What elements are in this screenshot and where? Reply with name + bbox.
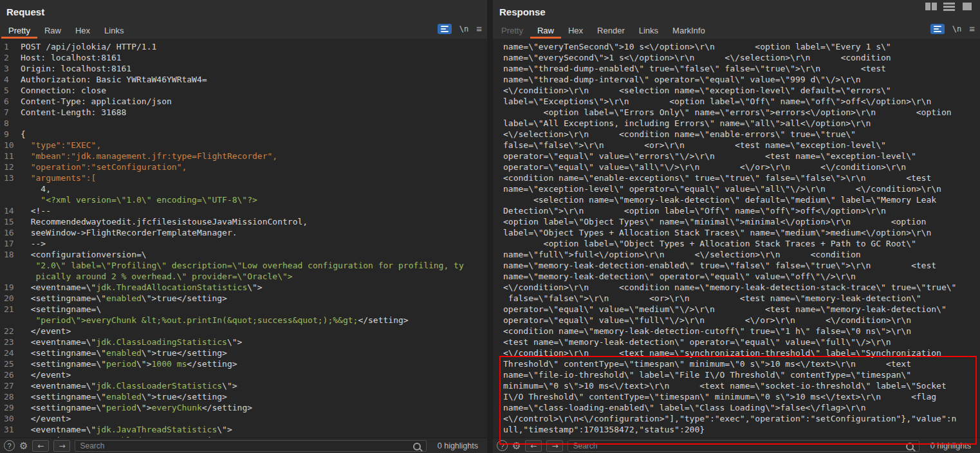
code-line: <\/condition>\r\n <text name=\"synchroni…: [503, 347, 980, 358]
code-line: name=\"memory-leak-detection\" operator=…: [503, 271, 980, 282]
code-line: <option label=\"Errors Only\" name=\"err…: [503, 107, 980, 118]
request-editor[interactable]: 1POST /api/jolokia/ HTTP/1.12Host: local…: [0, 39, 487, 438]
tab-links[interactable]: Links: [97, 21, 131, 39]
search-input[interactable]: [75, 440, 426, 452]
code-line: 22 </event>: [4, 326, 487, 337]
request-search-bar: ? ⚙ ← → 0 highlights: [0, 438, 487, 453]
response-panel: Response PrettyRawHexRenderLinksMarkInfo…: [493, 0, 980, 453]
code-line: 15 Recommendedwaytoedit.jfcfilesistouseJ…: [4, 216, 487, 227]
tab-render[interactable]: Render: [590, 21, 632, 39]
code-line: <\/selection>\r\n <condition name=\"enab…: [503, 129, 980, 140]
code-line: name=\"file-io-threshold\" label=\"File …: [503, 369, 980, 380]
prev-match-button[interactable]: ←: [32, 440, 49, 452]
layout-buttons: [924, 2, 974, 11]
code-line: 17 -->: [4, 238, 487, 249]
request-panel: Request PrettyRawHexLinks \n ≡ 1POST /ap…: [0, 0, 487, 453]
code-line: 2Host: localhost:8161: [4, 52, 487, 63]
code-line: operator=\"equal\" value=\"all\"\/>\r\n …: [503, 162, 980, 172]
request-editor-tools: \n ≡: [438, 21, 482, 39]
code-line: <\/condition>\r\n <selection name=\"exce…: [503, 85, 980, 96]
code-line: minimum=\"0 s\">10 ms<\/text>\r\n <text …: [503, 380, 980, 391]
code-line: 4,: [4, 183, 487, 194]
code-line: 19 <eventname=\"jdk.ThreadAllocationStat…: [4, 282, 487, 293]
code-line: 18 <configurationversion=\: [4, 249, 487, 260]
response-title: Response: [499, 6, 546, 17]
layout-single-button[interactable]: [960, 2, 974, 11]
code-line: "<?xml version=\"1.0\" encoding=\"UTF-8\…: [4, 194, 487, 205]
code-line: name=\"everySecond\">1 s<\/option>\r\n <…: [503, 52, 980, 63]
code-line: 31 <eventname=\"jdk.JavaThreadStatistics…: [4, 424, 487, 435]
repeater-view: Request PrettyRawHexLinks \n ≡ 1POST /ap…: [0, 0, 980, 453]
editor-menu-icon[interactable]: ≡: [476, 24, 482, 33]
tab-markinfo[interactable]: MarkInfo: [665, 21, 712, 39]
code-line: <test name=\"memory-leak-detection\" ope…: [503, 337, 980, 347]
code-line: name=\"everyTenSecond\">10 s<\/option>\r…: [503, 41, 980, 52]
tab-hex[interactable]: Hex: [68, 21, 97, 39]
settings-gear-icon[interactable]: ⚙: [19, 441, 28, 450]
code-line: 7Content-Length: 31688: [4, 107, 487, 118]
tab-raw[interactable]: Raw: [530, 21, 561, 39]
help-icon[interactable]: ?: [497, 440, 508, 451]
code-line: 28 <settingname=\"enabled\">true</settin…: [4, 391, 487, 402]
code-line: operator=\"equal\" value=\"errors\"\/>\r…: [503, 151, 980, 162]
magnifier-icon[interactable]: [906, 443, 914, 450]
help-icon[interactable]: ?: [4, 440, 15, 451]
code-line: 5Connection: close: [4, 85, 487, 96]
code-line: name=\"class-loading-enabled\" label=\"C…: [503, 402, 980, 413]
panel-divider[interactable]: [487, 0, 493, 453]
prev-match-button[interactable]: ←: [525, 440, 542, 452]
code-line: name=\"memory-leak-detection-enabled\" t…: [503, 260, 980, 271]
code-line: 29 <settingname=\"period\">everyChunk</s…: [4, 402, 487, 413]
code-line: label=\"All Exceptions, including Errors…: [503, 118, 980, 129]
newline-toggle-icon[interactable]: \n: [952, 24, 961, 33]
code-line: false=\"false\">\r\n <or>\r\n <test name…: [503, 293, 980, 304]
code-line: <\/condition>\r\n <condition name=\"memo…: [503, 282, 980, 293]
magnifier-icon[interactable]: [413, 443, 421, 450]
code-line: name=\"exception-level\" operator=\"equa…: [503, 183, 980, 194]
code-line: 20 <settingname=\"enabled\">true</settin…: [4, 293, 487, 304]
tab-raw[interactable]: Raw: [37, 21, 68, 39]
code-line: 9{: [4, 129, 487, 140]
tab-pretty: Pretty: [494, 21, 530, 39]
prettify-toggle-icon[interactable]: [438, 24, 452, 34]
response-tabbar: PrettyRawHexRenderLinksMarkInfo \n ≡: [493, 21, 980, 39]
next-match-button[interactable]: →: [53, 440, 70, 452]
settings-gear-icon[interactable]: ⚙: [512, 441, 521, 450]
tab-hex[interactable]: Hex: [561, 21, 590, 39]
code-line: 30 </event>: [4, 413, 487, 424]
code-line: 3Origin: localhost:8161: [4, 63, 487, 74]
code-line: 4Authorization: Basic YWRtaW46YWRtaW4=: [4, 74, 487, 85]
request-tabbar: PrettyRawHexLinks \n ≡: [0, 21, 487, 39]
code-line: name=\"thread-dump-interval\" operator=\…: [503, 74, 980, 85]
search-input[interactable]: [568, 440, 919, 452]
response-title-row: Response: [493, 0, 980, 21]
layout-rows-button[interactable]: [942, 2, 956, 11]
code-line: 12 "operation":"setConfiguration",: [4, 162, 487, 172]
code-line: label=\"Object Types + Allocation Stack …: [503, 227, 980, 238]
tab-pretty[interactable]: Pretty: [1, 21, 37, 39]
code-line: "period\">everyChunk &lt;%out.printIn(&q…: [4, 315, 487, 326]
editor-menu-icon[interactable]: ≡: [969, 24, 975, 33]
code-line: <condition name=\"memory-leak-detection-…: [503, 326, 980, 337]
tab-links[interactable]: Links: [632, 21, 665, 39]
code-line: 26 </event>: [4, 369, 487, 380]
search-field-wrap: [568, 440, 919, 452]
layout-columns-button[interactable]: [924, 2, 938, 11]
code-line: name=\"thread-dump-enabled\" true=\"fals…: [503, 63, 980, 74]
code-line: 25 <settingname=\"period\">1000 ms</sett…: [4, 358, 487, 369]
next-match-button[interactable]: →: [546, 440, 563, 452]
response-search-bar: ? ⚙ ← → 0 highlights: [493, 438, 980, 453]
code-line: <option label=\"Object Types\" name=\"mi…: [503, 216, 980, 227]
code-line: 6Content-Type: application/json: [4, 96, 487, 107]
code-line: 11 "mbean":"jdk.management.jfr:type=Flig…: [4, 151, 487, 162]
response-editor[interactable]: name=\"everyTenSecond\">10 s<\/option>\r…: [493, 39, 980, 438]
code-line: pically around 2 % overhead.\" provider=…: [4, 271, 487, 282]
highlights-count: 0 highlights: [930, 441, 971, 450]
code-line: "2.0\" label=\"Profiling\" description=\…: [4, 260, 487, 271]
prettify-toggle-icon[interactable]: [930, 24, 945, 34]
response-editor-tools: \n ≡: [930, 21, 975, 39]
request-title: Request: [6, 6, 44, 17]
newline-toggle-icon[interactable]: \n: [459, 24, 468, 33]
code-line: 14 <!--: [4, 205, 487, 216]
code-line: 21 <settingname=\: [4, 304, 487, 315]
